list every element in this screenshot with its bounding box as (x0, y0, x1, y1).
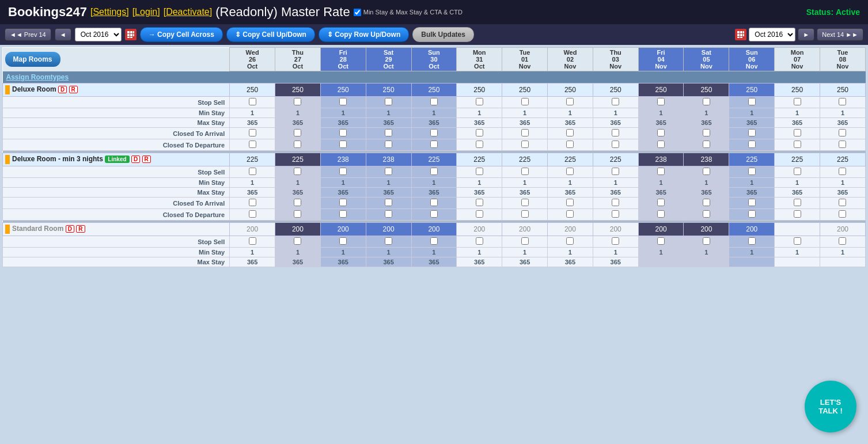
sub-cell-deluxe-min3-closed_arrival-9[interactable] (638, 198, 684, 209)
checkbox-standard-stop_sell-2[interactable] (339, 237, 347, 245)
sub-cell-deluxe-min3-stop_sell-12[interactable] (775, 166, 820, 178)
rate-cell-deluxe-2[interactable]: 250 (320, 84, 366, 97)
rate-cell-deluxe-11[interactable]: 250 (729, 84, 775, 97)
sub-cell-deluxe-closed_departure-11[interactable] (729, 139, 775, 151)
sub-cell-deluxe-min3-stop_sell-1[interactable] (275, 166, 321, 178)
sub-cell-deluxe-min3-closed_departure-7[interactable] (548, 209, 593, 221)
rate-cell-standard-0[interactable]: 200 (230, 223, 275, 236)
checkbox-deluxe-min3-closed_arrival-5[interactable] (476, 199, 483, 206)
checkbox-deluxe-stop_sell-2[interactable] (339, 98, 347, 105)
right-grid-icon[interactable] (735, 29, 746, 40)
sub-cell-deluxe-closed_departure-7[interactable] (548, 139, 593, 151)
deactivate-link[interactable]: [Deactivate] (164, 7, 212, 17)
checkbox-standard-stop_sell-9[interactable] (657, 237, 665, 245)
checkbox-deluxe-closed_departure-4[interactable] (430, 141, 438, 148)
rate-cell-standard-13[interactable]: 200 (820, 223, 865, 236)
checkbox-deluxe-min3-stop_sell-4[interactable] (430, 168, 438, 175)
checkbox-deluxe-closed_departure-8[interactable] (612, 141, 619, 148)
sub-cell-deluxe-min3-closed_arrival-3[interactable] (366, 198, 411, 209)
sub-cell-deluxe-min3-closed_departure-2[interactable] (320, 209, 366, 221)
sub-cell-deluxe-min3-stop_sell-10[interactable] (684, 166, 729, 178)
sub-cell-deluxe-closed_departure-3[interactable] (366, 139, 411, 151)
sub-cell-deluxe-min3-closed_departure-0[interactable] (230, 209, 275, 221)
sub-cell-standard-stop_sell-10[interactable] (684, 236, 729, 248)
sub-cell-deluxe-min3-closed_departure-5[interactable] (457, 209, 502, 221)
checkbox-deluxe-stop_sell-3[interactable] (385, 98, 392, 105)
sub-cell-deluxe-stop_sell-1[interactable] (275, 97, 321, 108)
sub-cell-deluxe-closed_arrival-4[interactable] (411, 128, 457, 139)
sub-cell-deluxe-min3-closed_arrival-4[interactable] (411, 198, 457, 209)
rate-cell-deluxe-3[interactable]: 250 (366, 84, 411, 97)
bulk-updates-button[interactable]: Bulk Updates (412, 27, 474, 42)
checkbox-deluxe-min3-closed_arrival-12[interactable] (794, 199, 801, 206)
left-grid-icon[interactable] (125, 29, 137, 40)
checkbox-deluxe-min3-stop_sell-11[interactable] (748, 168, 756, 175)
sub-cell-deluxe-min3-closed_arrival-6[interactable] (502, 198, 548, 209)
checkbox-deluxe-min3-closed_departure-3[interactable] (385, 210, 392, 218)
sub-cell-deluxe-min3-closed_departure-4[interactable] (411, 209, 457, 221)
checkbox-deluxe-stop_sell-12[interactable] (794, 98, 801, 105)
sub-cell-deluxe-min3-closed_departure-8[interactable] (593, 209, 638, 221)
rate-cell-deluxe-12[interactable]: 250 (775, 84, 820, 97)
left-month-select[interactable]: Oct 2016 (75, 28, 122, 41)
checkbox-deluxe-stop_sell-10[interactable] (703, 98, 710, 105)
rate-cell-deluxe-8[interactable]: 250 (593, 84, 638, 97)
checkbox-deluxe-min3-stop_sell-5[interactable] (476, 168, 483, 175)
sub-cell-deluxe-stop_sell-9[interactable] (638, 97, 684, 108)
rate-cell-standard-1[interactable]: 200 (275, 223, 321, 236)
sub-cell-deluxe-closed_departure-6[interactable] (502, 139, 548, 151)
sub-cell-deluxe-closed_arrival-8[interactable] (593, 128, 638, 139)
checkbox-deluxe-closed_departure-3[interactable] (385, 141, 392, 148)
checkbox-standard-stop_sell-7[interactable] (566, 237, 574, 245)
checkbox-deluxe-stop_sell-6[interactable] (521, 98, 529, 105)
rate-cell-deluxe-4[interactable]: 250 (411, 84, 457, 97)
rate-cell-standard-10[interactable]: 200 (684, 223, 729, 236)
sub-cell-deluxe-min3-stop_sell-6[interactable] (502, 166, 548, 178)
sub-cell-deluxe-min3-closed_arrival-12[interactable] (775, 198, 820, 209)
sub-cell-standard-stop_sell-13[interactable] (820, 236, 865, 248)
sub-cell-deluxe-closed_arrival-6[interactable] (502, 128, 548, 139)
rate-cell-deluxe-min3-3[interactable]: 238 (366, 153, 411, 166)
checkbox-deluxe-min3-closed_departure-11[interactable] (748, 210, 756, 218)
checkbox-deluxe-min3-closed_departure-6[interactable] (521, 210, 529, 218)
checkbox-deluxe-closed_arrival-3[interactable] (385, 129, 392, 136)
checkbox-deluxe-closed_arrival-2[interactable] (339, 129, 347, 136)
checkbox-deluxe-min3-closed_arrival-4[interactable] (430, 199, 438, 206)
rate-cell-standard-5[interactable]: 200 (457, 223, 502, 236)
checkbox-deluxe-min3-closed_departure-7[interactable] (566, 210, 574, 218)
sub-cell-deluxe-closed_departure-9[interactable] (638, 139, 684, 151)
rate-cell-standard-12[interactable] (775, 223, 820, 236)
sub-cell-deluxe-closed_departure-12[interactable] (775, 139, 820, 151)
sub-cell-deluxe-stop_sell-5[interactable] (457, 97, 502, 108)
rate-cell-standard-4[interactable]: 200 (411, 223, 457, 236)
sub-cell-deluxe-closed_arrival-12[interactable] (775, 128, 820, 139)
rate-cell-standard-6[interactable]: 200 (502, 223, 548, 236)
checkbox-deluxe-min3-closed_departure-2[interactable] (339, 210, 347, 218)
sub-cell-deluxe-min3-closed_departure-3[interactable] (366, 209, 411, 221)
sub-cell-deluxe-stop_sell-7[interactable] (548, 97, 593, 108)
checkbox-deluxe-min3-stop_sell-0[interactable] (249, 168, 256, 175)
checkbox-deluxe-min3-closed_arrival-6[interactable] (521, 199, 529, 206)
checkbox-standard-stop_sell-1[interactable] (294, 237, 301, 245)
checkbox-deluxe-stop_sell-4[interactable] (430, 98, 438, 105)
sub-cell-deluxe-min3-stop_sell-8[interactable] (593, 166, 638, 178)
sub-cell-deluxe-stop_sell-0[interactable] (230, 97, 275, 108)
sub-cell-deluxe-min3-closed_arrival-13[interactable] (820, 198, 865, 209)
checkbox-deluxe-closed_arrival-0[interactable] (249, 129, 256, 136)
checkbox-standard-stop_sell-5[interactable] (476, 237, 483, 245)
sub-cell-deluxe-min3-closed_departure-6[interactable] (502, 209, 548, 221)
rate-cell-deluxe-7[interactable]: 250 (548, 84, 593, 97)
sub-cell-deluxe-min3-stop_sell-11[interactable] (729, 166, 775, 178)
sub-cell-deluxe-min3-stop_sell-3[interactable] (366, 166, 411, 178)
checkbox-deluxe-min3-closed_departure-10[interactable] (703, 210, 710, 218)
sub-cell-deluxe-min3-closed_arrival-2[interactable] (320, 198, 366, 209)
checkbox-deluxe-closed_arrival-13[interactable] (839, 129, 846, 136)
checkbox-deluxe-stop_sell-5[interactable] (476, 98, 483, 105)
sub-cell-deluxe-closed_arrival-10[interactable] (684, 128, 729, 139)
assign-roomtypes-link[interactable]: Assign Roomtypes (3, 71, 866, 84)
copy-row-updown-button[interactable]: ⇕ Copy Row Up/Down (319, 27, 409, 42)
checkbox-deluxe-closed_arrival-1[interactable] (294, 129, 301, 136)
sub-cell-standard-stop_sell-11[interactable] (729, 236, 775, 248)
sub-cell-standard-stop_sell-3[interactable] (366, 236, 411, 248)
copy-cell-across-button[interactable]: → Copy Cell Across (140, 27, 223, 42)
